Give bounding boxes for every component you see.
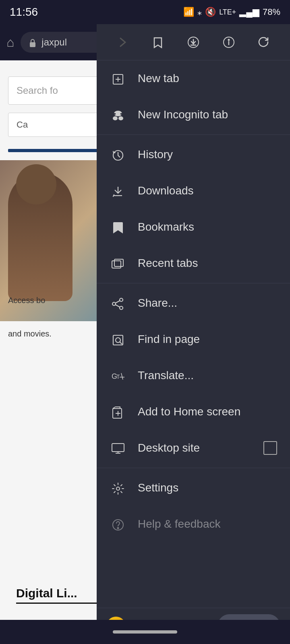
info-button[interactable] [217,30,241,54]
bg-more-text: and movies. [8,329,52,338]
add-home-icon [110,405,126,419]
translate-label: Translate... [138,369,277,382]
home-icon[interactable]: ⌂ [6,35,14,50]
settings-icon [110,481,126,495]
menu-item-settings[interactable]: Settings [97,470,290,506]
divider-3 [97,468,290,468]
menu-item-downloads[interactable]: Downloads [97,173,290,209]
menu-item-new-tab[interactable]: New tab [97,60,290,97]
svg-point-11 [113,116,118,120]
svg-point-36 [116,487,120,490]
svg-line-26 [120,342,122,344]
svg-text:T: T [116,374,120,380]
menu-item-share[interactable]: Share... [97,285,290,321]
address-bar-text: jaxpul [41,37,67,48]
menu-items-list: New tab New Incognito tab [97,60,290,608]
menu-item-add-home[interactable]: Add to Home screen [97,394,290,430]
lock-icon [29,37,37,47]
svg-point-38 [118,527,119,528]
svg-rect-18 [114,259,123,266]
help-icon [110,517,126,531]
new-tab-icon [110,71,126,85]
divider-2 [97,283,290,283]
menu-item-bookmarks[interactable]: Bookmarks [97,209,290,245]
svg-point-20 [112,302,116,305]
volume-icon: 🔇 [205,7,216,17]
svg-point-21 [120,306,123,310]
bluetooth-icon: 📶 [183,7,194,17]
signal-icon: ▂▄▆ [239,7,259,17]
add-home-label: Add to Home screen [138,405,277,418]
recent-tabs-icon [110,256,126,270]
nav-bar [0,620,290,644]
toolbar-row [97,24,290,60]
bookmarks-icon [110,220,126,234]
menu-item-translate[interactable]: G T Translate... [97,357,290,394]
svg-rect-33 [112,444,124,452]
menu-item-history[interactable]: History [97,136,290,173]
svg-point-19 [120,298,123,301]
downloads-label: Downloads [138,184,277,197]
share-label: Share... [138,297,277,310]
desktop-label: Desktop site [138,442,252,454]
svg-line-23 [116,305,120,307]
svg-rect-0 [30,42,35,47]
menu-item-recent-tabs[interactable]: Recent tabs [97,245,290,281]
menu-item-incognito[interactable]: New Incognito tab [97,97,290,133]
menu-item-desktop[interactable]: Desktop site [97,430,290,466]
bookmarks-label: Bookmarks [138,221,277,233]
status-time: 11:56 [10,6,38,19]
svg-rect-17 [112,261,121,268]
svg-point-13 [114,113,116,115]
nav-pill [113,630,177,634]
menu-item-help[interactable]: Help & feedback [97,506,290,542]
dropdown-menu: New tab New Incognito tab [97,24,290,644]
divider-1 [97,134,290,135]
status-icons: 📶 ⁎ 🔇 LTE+ ▂▄▆ 78% [183,7,280,17]
battery-text: 78% [263,7,280,17]
recent-tabs-label: Recent tabs [138,257,277,270]
desktop-checkbox[interactable] [263,441,277,455]
wifi-icon: ⁎ [197,7,202,17]
bookmark-button[interactable] [146,30,170,54]
svg-point-14 [120,113,122,115]
lte-icon: LTE+ [219,8,236,17]
help-label: Help & feedback [138,518,277,530]
svg-line-22 [116,301,120,303]
find-icon [110,332,126,346]
history-icon [110,147,126,161]
settings-label: Settings [138,481,277,494]
translate-icon: G T [110,368,126,382]
svg-point-12 [118,116,123,120]
status-bar: 11:56 📶 ⁎ 🔇 LTE+ ▂▄▆ 78% [0,0,290,24]
bg-caption-text: Access bo [8,296,45,305]
find-label: Find in page [138,333,277,346]
desktop-icon [110,441,126,455]
forward-button[interactable] [110,30,135,54]
menu-item-find[interactable]: Find in page [97,321,290,357]
download-button[interactable] [181,30,205,54]
history-label: History [138,148,277,161]
incognito-label: New Incognito tab [138,108,277,121]
svg-point-6 [228,39,230,40]
share-icon [110,296,126,310]
downloads-icon [110,184,126,198]
incognito-icon [110,108,126,122]
reload-button[interactable] [252,30,276,54]
new-tab-label: New tab [138,72,277,85]
